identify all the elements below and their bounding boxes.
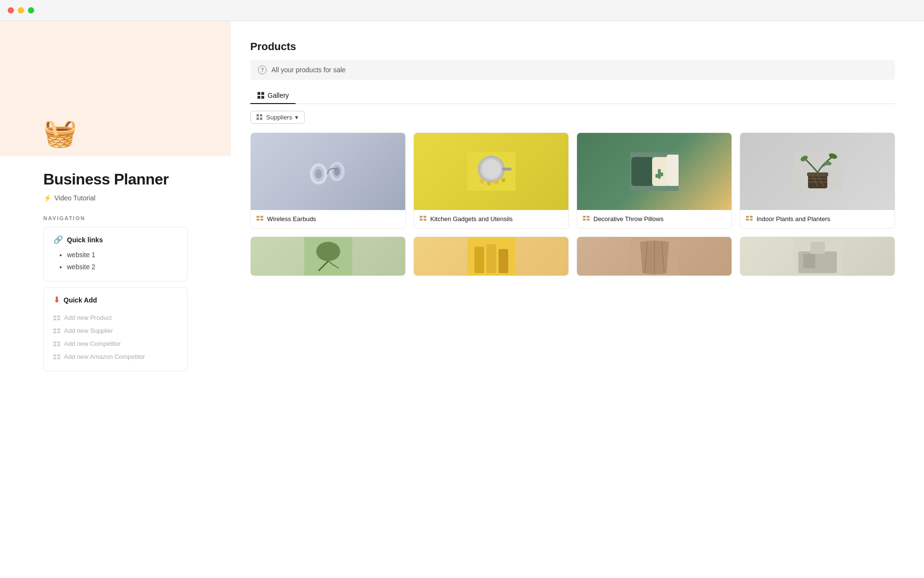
add-amazon-competitor-item[interactable]: Add new Amazon Competitor — [53, 350, 178, 363]
tab-gallery[interactable]: Gallery — [250, 88, 295, 104]
minimize-button[interactable] — [18, 7, 24, 13]
add-amazon-label: Add new Amazon Competitor — [64, 353, 145, 360]
product-name-pillows: Decorative Throw Pillows — [593, 215, 664, 223]
svg-point-40 — [487, 182, 491, 185]
product-db-icon-plants — [746, 216, 753, 223]
add-competitor-item[interactable]: Add new Competitor — [53, 337, 178, 350]
product-card-partial-4[interactable] — [740, 236, 895, 276]
info-bar: ? All your products for sale — [250, 60, 895, 80]
svg-rect-20 — [257, 114, 259, 117]
svg-rect-3 — [57, 318, 60, 320]
svg-rect-22 — [257, 118, 259, 120]
info-text: All your products for sale — [271, 66, 346, 74]
svg-rect-68 — [746, 216, 749, 218]
product-image-earbuds — [251, 133, 405, 210]
product-name-earbuds: Wireless Earbuds — [267, 215, 316, 223]
page-title: Business Planner — [43, 171, 188, 188]
product-db-icon-earbuds — [257, 216, 263, 223]
tabs-row: Gallery — [250, 88, 895, 104]
quick-links-card: 🔗 Quick links website 1 website 2 — [43, 227, 188, 281]
svg-rect-50 — [658, 169, 661, 179]
partial-svg-4 — [794, 237, 842, 276]
product-info-plants: Indoor Plants and Planters — [740, 210, 895, 228]
gallery-grid: Wireless Earbuds — [250, 132, 895, 229]
product-card-earbuds[interactable]: Wireless Earbuds — [250, 132, 406, 229]
svg-rect-2 — [53, 318, 56, 320]
svg-rect-43 — [420, 216, 423, 218]
product-card-partial-3[interactable] — [577, 236, 732, 276]
svg-rect-11 — [57, 344, 60, 346]
svg-rect-44 — [424, 216, 426, 218]
product-name-kitchen: Kitchen Gadgets and Utensils — [430, 215, 513, 223]
quick-add-header: ⬇ Quick Add — [53, 295, 178, 304]
video-tutorial-label: Video Tutorial — [54, 194, 95, 202]
title-bar — [0, 0, 924, 21]
add-product-item[interactable]: Add new Product — [53, 311, 178, 324]
svg-point-26 — [315, 169, 322, 179]
svg-rect-51 — [655, 174, 658, 178]
add-supplier-grid-icon — [53, 328, 60, 333]
link-icon: 🔗 — [53, 235, 63, 244]
products-title: Products — [250, 40, 895, 53]
partial-image-2 — [414, 237, 568, 276]
main-layout: 🧺 Business Planner ⚡ Video Tutorial NAVI… — [0, 21, 924, 578]
svg-rect-38 — [502, 168, 512, 171]
filters-row: Suppliers ▾ — [250, 111, 895, 124]
svg-rect-31 — [260, 216, 263, 218]
svg-rect-15 — [57, 357, 60, 359]
maximize-button[interactable] — [28, 7, 34, 13]
svg-rect-14 — [53, 357, 56, 359]
product-db-icon-pillows — [583, 216, 590, 223]
product-image-pillows — [577, 133, 732, 210]
quick-links-title: Quick links — [67, 236, 103, 244]
svg-point-37 — [482, 159, 501, 179]
product-image-kitchen — [414, 133, 568, 210]
svg-rect-56 — [583, 219, 586, 221]
product-info-earbuds: Wireless Earbuds — [251, 210, 405, 228]
product-info-pillows: Decorative Throw Pillows — [577, 210, 732, 228]
svg-point-73 — [316, 242, 340, 261]
product-card-partial-2[interactable] — [413, 236, 569, 276]
svg-rect-21 — [260, 114, 262, 117]
gallery-grid-row2 — [250, 236, 895, 276]
filter-grid-icon — [257, 114, 263, 121]
right-panel: Products ? All your products for sale Ga… — [231, 21, 924, 578]
product-name-plants: Indoor Plants and Planters — [757, 215, 830, 223]
svg-rect-46 — [424, 219, 426, 221]
svg-rect-10 — [53, 344, 56, 346]
svg-rect-77 — [499, 249, 508, 273]
svg-rect-57 — [587, 219, 590, 221]
quick-link-item-2[interactable]: website 2 — [67, 261, 178, 273]
suppliers-filter-label: Suppliers — [266, 114, 292, 121]
product-card-partial-1[interactable] — [250, 236, 406, 276]
add-supplier-item[interactable]: Add new Supplier — [53, 324, 178, 337]
svg-rect-8 — [53, 342, 56, 343]
product-card-kitchen[interactable]: Kitchen Gadgets and Utensils — [413, 132, 569, 229]
product-card-plants[interactable]: Indoor Plants and Planters — [740, 132, 895, 229]
svg-point-39 — [479, 179, 484, 184]
chevron-down-icon: ▾ — [295, 114, 298, 121]
quick-links-header: 🔗 Quick links — [53, 235, 178, 244]
video-tutorial-link[interactable]: ⚡ Video Tutorial — [43, 194, 188, 202]
svg-rect-19 — [261, 96, 264, 99]
svg-rect-17 — [261, 92, 264, 95]
add-supplier-label: Add new Supplier — [64, 327, 113, 334]
earbuds-svg — [304, 152, 352, 191]
svg-rect-54 — [583, 216, 586, 218]
kitchen-svg — [467, 152, 515, 191]
partial-image-3 — [577, 237, 732, 276]
svg-rect-32 — [257, 219, 259, 221]
product-info-kitchen: Kitchen Gadgets and Utensils — [414, 210, 568, 228]
partial-svg-2 — [467, 237, 515, 276]
nav-label: NAVIGATION — [43, 215, 188, 221]
left-panel: 🧺 Business Planner ⚡ Video Tutorial NAVI… — [0, 21, 231, 578]
svg-point-42 — [501, 178, 505, 182]
close-button[interactable] — [8, 7, 14, 13]
pillows-svg — [630, 152, 679, 191]
quick-link-item-1[interactable]: website 1 — [67, 249, 178, 261]
svg-rect-53 — [667, 155, 679, 186]
product-card-pillows[interactable]: Decorative Throw Pillows — [577, 132, 732, 229]
tab-gallery-label: Gallery — [268, 92, 289, 99]
suppliers-filter[interactable]: Suppliers ▾ — [250, 111, 305, 124]
add-product-label: Add new Product — [64, 314, 112, 321]
